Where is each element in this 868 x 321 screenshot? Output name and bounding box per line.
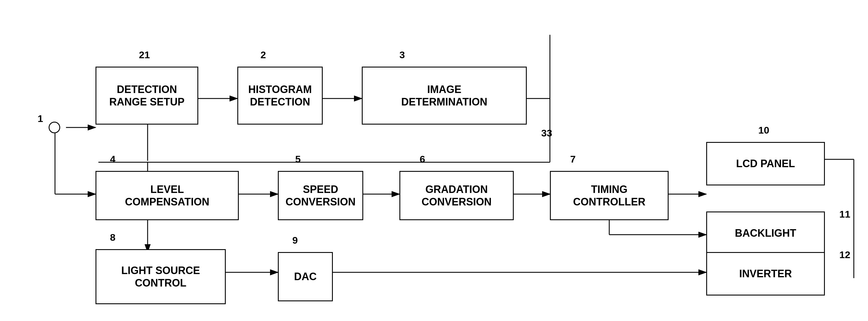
gradation-conversion-block: GRADATION CONVERSION — [399, 171, 514, 220]
histogram-detection-label: HISTOGRAM DETECTION — [248, 83, 312, 108]
light-source-control-label: LIGHT SOURCE CONTROL — [121, 264, 200, 289]
detection-range-setup-block: DETECTION RANGE SETUP — [95, 67, 198, 124]
detection-range-setup-label: DETECTION RANGE SETUP — [109, 83, 184, 108]
image-determination-block: IMAGE DETERMINATION — [362, 67, 527, 124]
level-compensation-number: 4 — [110, 153, 116, 165]
speed-conversion-label: SPEED CONVERSION — [285, 183, 355, 208]
diagram: 1 DETECTION RANGE SETUP 21 HISTOGRAM DET… — [0, 0, 868, 321]
image-determination-label: IMAGE DETERMINATION — [401, 83, 487, 108]
timing-controller-block: TIMING CONTROLLER — [550, 171, 669, 220]
backlight-number: 11 — [839, 209, 850, 220]
input-circle — [49, 122, 60, 133]
level-compensation-block: LEVEL COMPENSATION — [95, 171, 239, 220]
speed-conversion-number: 5 — [295, 153, 301, 165]
light-source-control-number: 8 — [110, 232, 116, 243]
lcd-panel-label: LCD PANEL — [736, 157, 795, 170]
gradation-conversion-number: 6 — [420, 153, 425, 165]
inverter-number: 12 — [839, 249, 850, 260]
backlight-block: BACKLIGHT — [706, 211, 825, 255]
image-determination-number: 3 — [399, 49, 405, 61]
lcd-panel-block: LCD PANEL — [706, 142, 825, 185]
dac-label: DAC — [294, 270, 317, 283]
detection-range-setup-number: 21 — [139, 49, 150, 61]
inverter-block: INVERTER — [706, 252, 825, 295]
ref33-label: 33 — [541, 127, 552, 139]
timing-controller-label: TIMING CONTROLLER — [573, 183, 645, 208]
dac-block: DAC — [278, 252, 333, 301]
backlight-label: BACKLIGHT — [735, 227, 796, 239]
light-source-control-block: LIGHT SOURCE CONTROL — [95, 249, 226, 304]
inverter-label: INVERTER — [739, 267, 792, 280]
lcd-panel-number: 10 — [758, 124, 769, 136]
timing-controller-number: 7 — [570, 153, 576, 165]
gradation-conversion-label: GRADATION CONVERSION — [422, 183, 492, 208]
level-compensation-label: LEVEL COMPENSATION — [125, 183, 209, 208]
speed-conversion-block: SPEED CONVERSION — [278, 171, 363, 220]
dac-number: 9 — [292, 235, 298, 246]
input-label: 1 — [38, 113, 43, 124]
histogram-detection-number: 2 — [260, 49, 266, 61]
histogram-detection-block: HISTOGRAM DETECTION — [237, 67, 323, 124]
